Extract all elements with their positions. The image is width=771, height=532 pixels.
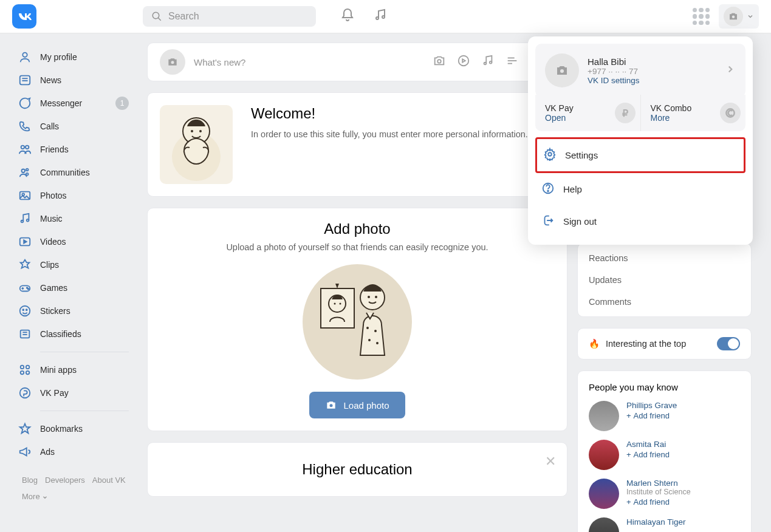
addphoto-title: Add photo — [160, 220, 555, 237]
help-icon — [541, 182, 555, 197]
svg-point-49 — [334, 303, 336, 305]
music-attach-icon[interactable] — [481, 54, 495, 70]
pymk-card: People you may know Phillips Grave+ Add … — [577, 370, 752, 532]
interesting-toggle-card: 🔥Interesting at the top — [577, 328, 752, 360]
friends-icon — [18, 143, 32, 156]
footer-links: Blog Developers About VK More — [18, 463, 141, 501]
svg-point-23 — [28, 288, 29, 290]
pymk-name[interactable]: Marlen Shtern — [626, 479, 691, 488]
ruble-icon: ₽ — [615, 103, 636, 123]
camera-icon — [160, 49, 185, 75]
svg-line-1 — [158, 18, 161, 21]
clips-icon — [18, 258, 32, 271]
header: Search — [0, 0, 771, 33]
post-composer[interactable]: What's new? — [147, 43, 567, 81]
classifieds-icon — [18, 327, 32, 341]
dd-help-label: Help — [563, 184, 582, 194]
sidebar-item-ads[interactable]: Ads — [18, 440, 141, 463]
sidebar-item-photos[interactable]: Photos — [18, 184, 141, 207]
article-attach-icon[interactable] — [505, 54, 519, 70]
filter-updates[interactable]: Updates — [578, 269, 751, 291]
avatar[interactable] — [589, 517, 619, 532]
svg-point-34 — [20, 388, 30, 398]
sidebar-item-messenger[interactable]: Messenger1 — [18, 92, 141, 115]
sidebar-item-profile[interactable]: My profile — [18, 46, 141, 69]
avatar[interactable] — [589, 440, 619, 470]
apps-grid-icon[interactable] — [693, 8, 710, 25]
load-photo-button[interactable]: Load photo — [309, 392, 405, 418]
sidebar-item-calls[interactable]: Calls — [18, 115, 141, 138]
chevron-right-icon — [725, 64, 736, 77]
sidebar-item-miniapps[interactable]: Mini apps — [18, 358, 141, 381]
vk-logo[interactable] — [12, 4, 36, 29]
sidebar-item-communities[interactable]: Communities — [18, 161, 141, 184]
svg-point-57 — [376, 342, 379, 344]
sidebar-item-bookmarks[interactable]: Bookmarks — [18, 417, 141, 440]
filter-comments[interactable]: Comments — [578, 291, 751, 313]
svg-point-35 — [171, 61, 174, 64]
sidebar-item-videos[interactable]: Videos — [18, 230, 141, 253]
dd-profile-block[interactable]: Halla Bibi +977 ·· ·· ·· 77 VK ID settin… — [535, 44, 745, 97]
sidebar-item-classifieds[interactable]: Classifieds — [18, 322, 141, 346]
news-icon — [18, 73, 32, 87]
phone-icon — [18, 120, 32, 133]
sidebar-item-vkpay[interactable]: VK Pay — [18, 381, 141, 404]
pymk-item: Phillips Grave+ Add friend — [589, 401, 740, 431]
svg-point-16 — [21, 220, 24, 223]
photo-attach-icon[interactable] — [433, 54, 446, 70]
svg-point-46 — [199, 130, 202, 132]
filter-reactions[interactable]: Reactions — [578, 247, 751, 269]
pymk-item: Himalayan Tiger — [589, 517, 740, 532]
sidebar-item-music[interactable]: Music — [18, 207, 141, 230]
close-icon[interactable]: ✕ — [545, 454, 556, 469]
add-friend-link[interactable]: + Add friend — [626, 497, 691, 506]
dd-vkcombo[interactable]: VK Combo More — [641, 95, 746, 131]
add-friend-link[interactable]: + Add friend — [626, 411, 677, 420]
sidebar-item-news[interactable]: News — [18, 69, 141, 92]
sidebar-item-games[interactable]: Games — [18, 276, 141, 299]
profile-menu-button[interactable] — [719, 4, 759, 29]
welcome-text: In order to use this site fully, you mus… — [251, 128, 528, 142]
higher-ed-title: Higher education — [166, 461, 549, 478]
search-input[interactable]: Search — [143, 6, 316, 27]
pymk-name[interactable]: Asmita Rai — [626, 440, 670, 449]
dd-vkid-link[interactable]: VK ID settings — [588, 76, 640, 85]
svg-point-33 — [26, 371, 30, 375]
dd-signout[interactable]: Sign out — [535, 205, 745, 237]
svg-point-45 — [191, 130, 193, 132]
svg-point-30 — [21, 366, 24, 369]
fire-icon: 🔥 — [589, 339, 600, 349]
video-attach-icon[interactable] — [457, 54, 470, 70]
footer-blog[interactable]: Blog — [22, 476, 38, 485]
dd-help[interactable]: Help — [535, 173, 745, 205]
sidebar-item-friends[interactable]: Friends — [18, 138, 141, 161]
svg-point-32 — [21, 371, 24, 375]
megaphone-icon — [18, 445, 32, 459]
svg-point-24 — [20, 306, 30, 316]
footer-developers[interactable]: Developers — [45, 476, 85, 485]
svg-point-12 — [26, 169, 29, 171]
avatar[interactable] — [589, 479, 619, 509]
sidebar-item-clips[interactable]: Clips — [18, 253, 141, 276]
svg-point-17 — [27, 219, 29, 222]
footer-more[interactable]: More — [22, 492, 48, 501]
signout-icon — [541, 214, 555, 229]
music-icon[interactable] — [373, 8, 388, 25]
bell-icon[interactable] — [340, 8, 355, 25]
svg-point-31 — [26, 366, 30, 369]
svg-point-9 — [21, 146, 25, 149]
dd-vkpay[interactable]: VK Pay Open ₽ — [535, 95, 641, 131]
dd-settings[interactable]: Settings — [535, 137, 745, 173]
video-icon — [18, 235, 32, 248]
welcome-illustration — [160, 105, 233, 184]
svg-point-53 — [375, 296, 377, 298]
pymk-item: Asmita Rai+ Add friend — [589, 440, 740, 470]
avatar[interactable] — [589, 401, 619, 431]
add-friend-link[interactable]: + Add friend — [626, 450, 670, 459]
sidebar-item-stickers[interactable]: Stickers — [18, 299, 141, 322]
miniapps-icon — [18, 363, 32, 377]
interesting-toggle[interactable] — [717, 337, 740, 350]
pymk-name[interactable]: Phillips Grave — [626, 401, 677, 410]
pymk-name[interactable]: Himalayan Tiger — [626, 517, 686, 527]
footer-about[interactable]: About VK — [92, 476, 126, 485]
